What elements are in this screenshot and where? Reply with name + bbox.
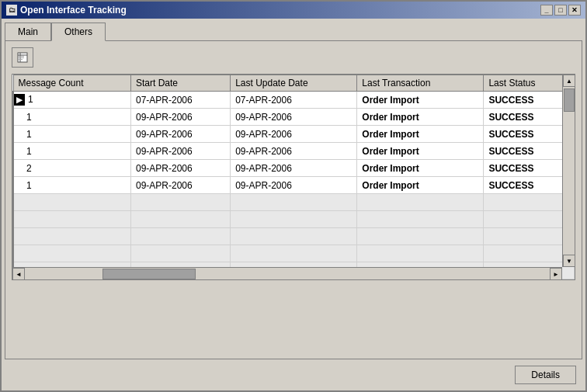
cell-last-transaction: Order Import <box>357 177 484 194</box>
bottom-bar: Details <box>5 359 582 387</box>
cell-last-status: SUCCESS <box>484 126 575 143</box>
empty-cell <box>13 194 130 211</box>
empty-row <box>13 245 575 262</box>
empty-cell <box>13 245 130 262</box>
cell-last-update-date: 09-APR-2006 <box>231 126 357 143</box>
empty-cell <box>130 228 230 245</box>
empty-cell <box>357 245 484 262</box>
cell-start-date: 09-APR-2006 <box>130 160 230 177</box>
cell-last-update-date: 09-APR-2006 <box>231 177 357 194</box>
empty-cell <box>484 228 575 245</box>
scroll-thumb-v[interactable] <box>564 88 575 112</box>
close-button[interactable]: ✕ <box>568 5 581 16</box>
empty-cell <box>130 211 230 228</box>
cell-start-date: 09-APR-2006 <box>130 177 230 194</box>
col-last-status: Last Status <box>484 75 575 92</box>
maximize-button[interactable]: □ <box>554 5 567 16</box>
cell-last-transaction: Order Import <box>357 92 484 109</box>
scroll-track-h <box>25 268 550 279</box>
cell-last-status: SUCCESS <box>484 160 575 177</box>
tab-content: Message Count Start Date Last Update Dat… <box>5 40 582 359</box>
empty-cell <box>13 211 130 228</box>
title-bar-controls: _ □ ✕ <box>540 5 581 16</box>
col-last-update-date: Last Update Date <box>231 75 357 92</box>
cell-last-update-date: 09-APR-2006 <box>231 109 357 126</box>
cell-start-date: 09-APR-2006 <box>130 143 230 160</box>
horizontal-scrollbar[interactable]: ◄ ► <box>12 267 562 279</box>
cell-message-count: 1 <box>13 126 130 143</box>
table-row[interactable]: 109-APR-200609-APR-2006Order ImportSUCCE… <box>13 143 575 160</box>
svg-rect-7 <box>19 59 20 60</box>
col-last-transaction: Last Transaction <box>357 75 484 92</box>
empty-cell <box>357 194 484 211</box>
scroll-thumb-h[interactable] <box>102 269 196 279</box>
tab-main[interactable]: Main <box>5 23 51 41</box>
data-table: Message Count Start Date Last Update Dat… <box>12 75 575 279</box>
col-start-date: Start Date <box>130 75 230 92</box>
empty-row <box>13 228 575 245</box>
tab-others[interactable]: Others <box>51 23 106 41</box>
cell-last-status: SUCCESS <box>484 109 575 126</box>
cell-last-transaction: Order Import <box>357 160 484 177</box>
minimize-button[interactable]: _ <box>540 5 553 16</box>
empty-cell <box>484 194 575 211</box>
cell-last-transaction: Order Import <box>357 126 484 143</box>
table-scroll-area: Message Count Start Date Last Update Dat… <box>12 75 575 279</box>
cell-last-status: SUCCESS <box>484 92 575 109</box>
scroll-left-button[interactable]: ◄ <box>12 268 25 280</box>
cell-message-count: 1 <box>13 143 130 160</box>
cell-message-count: ▶1 <box>13 92 130 109</box>
empty-cell <box>484 211 575 228</box>
svg-rect-5 <box>19 57 20 58</box>
table-row[interactable]: 109-APR-200609-APR-2006Order ImportSUCCE… <box>13 177 575 194</box>
scroll-track-v <box>563 87 575 255</box>
scroll-up-button[interactable]: ▲ <box>563 75 575 87</box>
cell-last-update-date: 09-APR-2006 <box>231 143 357 160</box>
svg-rect-4 <box>21 56 24 57</box>
toolbar <box>12 47 575 68</box>
cell-last-transaction: Order Import <box>357 109 484 126</box>
scroll-down-button[interactable]: ▼ <box>563 255 575 267</box>
table-row[interactable]: 109-APR-200609-APR-2006Order ImportSUCCE… <box>13 109 575 126</box>
cell-start-date: 07-APR-2006 <box>130 92 230 109</box>
vertical-scrollbar[interactable]: ▲ ▼ <box>562 75 575 267</box>
table-row[interactable]: ▶107-APR-200607-APR-2006Order ImportSUCC… <box>13 92 575 109</box>
scroll-right-button[interactable]: ► <box>550 268 562 280</box>
title-bar-left: 🗂 Open Interface Tracking <box>6 5 127 16</box>
main-window: 🗂 Open Interface Tracking _ □ ✕ Main Oth… <box>0 0 587 392</box>
window-body: Main Others <box>2 19 585 390</box>
title-bar: 🗂 Open Interface Tracking _ □ ✕ <box>2 2 585 19</box>
table-wrapper: Message Count Start Date Last Update Dat… <box>12 74 575 352</box>
cell-last-status: SUCCESS <box>484 143 575 160</box>
cell-message-count: 1 <box>13 109 130 126</box>
empty-row <box>13 194 575 211</box>
empty-cell <box>130 194 230 211</box>
cell-last-update-date: 07-APR-2006 <box>231 92 357 109</box>
table-row[interactable]: 109-APR-200609-APR-2006Order ImportSUCCE… <box>13 126 575 143</box>
tab-bar: Main Others <box>5 22 582 40</box>
cell-last-status: SUCCESS <box>484 177 575 194</box>
cell-last-update-date: 09-APR-2006 <box>231 160 357 177</box>
empty-row <box>13 211 575 228</box>
details-button[interactable]: Details <box>515 366 576 384</box>
svg-rect-8 <box>21 59 23 60</box>
edit-button[interactable] <box>12 47 33 68</box>
cell-last-transaction: Order Import <box>357 143 484 160</box>
empty-cell <box>231 194 357 211</box>
window-title: Open Interface Tracking <box>20 5 127 16</box>
col-message-count: Message Count <box>13 75 130 92</box>
edit-icon <box>16 51 29 64</box>
cell-message-count: 2 <box>13 160 130 177</box>
cell-start-date: 09-APR-2006 <box>130 109 230 126</box>
cell-message-count: 1 <box>13 177 130 194</box>
empty-cell <box>357 228 484 245</box>
empty-cell <box>357 211 484 228</box>
empty-cell <box>484 245 575 262</box>
cell-start-date: 09-APR-2006 <box>130 126 230 143</box>
empty-cell <box>231 228 357 245</box>
empty-cell <box>130 245 230 262</box>
table-row[interactable]: 209-APR-200609-APR-2006Order ImportSUCCE… <box>13 160 575 177</box>
empty-cell <box>231 211 357 228</box>
empty-cell <box>13 228 130 245</box>
window-icon: 🗂 <box>6 5 17 16</box>
